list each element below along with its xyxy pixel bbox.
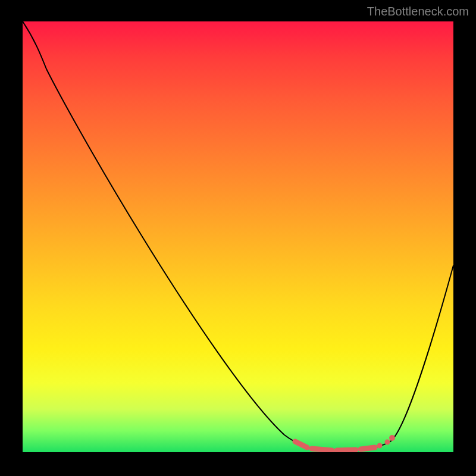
svg-point-1: [385, 440, 390, 445]
highlighted-minimum: [295, 435, 395, 450]
svg-point-0: [377, 443, 383, 449]
chart-container: TheBottleneck.com: [0, 0, 476, 476]
bottleneck-curve-svg: [23, 21, 453, 452]
watermark-text: TheBottleneck.com: [367, 5, 469, 18]
plot-area: [23, 21, 453, 452]
svg-point-2: [389, 435, 395, 441]
bottleneck-curve: [23, 21, 453, 451]
